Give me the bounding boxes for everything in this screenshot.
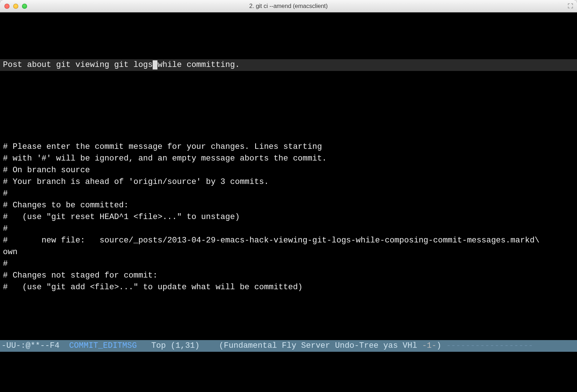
window-controls	[4, 4, 27, 9]
terminal-area[interactable]: Post about git viewing git logs while co…	[0, 12, 577, 392]
close-icon[interactable]	[4, 4, 10, 9]
comment-line[interactable]: own	[0, 246, 577, 258]
modeline-dash: ------------------	[446, 341, 533, 350]
comment-line[interactable]: # with '#' will be ignored, and an empty…	[0, 153, 577, 165]
comment-line[interactable]: # On branch source	[0, 165, 577, 176]
comment-line[interactable]: #	[0, 258, 577, 270]
modeline-close-paren: )	[436, 341, 446, 350]
modeline-status: -UU-:@**--F4	[1, 341, 69, 350]
zoom-icon[interactable]	[22, 4, 27, 9]
comment-line[interactable]: # (use "git reset HEAD^1 <file>..." to u…	[0, 211, 577, 223]
commit-msg-after-cursor: while committing.	[157, 60, 239, 69]
commit-msg-before-cursor: Post about git viewing git logs	[3, 60, 153, 69]
comment-line[interactable]: #	[0, 223, 577, 235]
window-title: 2. git ci --amend (emacsclient)	[0, 3, 577, 10]
blank-line[interactable]	[0, 94, 577, 106]
comment-line[interactable]: # Changes not staged for commit:	[0, 270, 577, 282]
emacs-window: 2. git ci --amend (emacsclient) Post abo…	[0, 0, 577, 392]
comment-line[interactable]: # (use "git add <file>..." to update wha…	[0, 282, 577, 293]
modeline-top[interactable]: -UU-:@**--F4 COMMIT_EDITMSG Top (1,31) (…	[0, 340, 577, 352]
modeline-frame-number: -1-	[422, 341, 437, 350]
commit-message-line[interactable]: Post about git viewing git logs while co…	[0, 59, 577, 71]
comment-line[interactable]: # Your branch is ahead of 'origin/source…	[0, 176, 577, 188]
titlebar[interactable]: 2. git ci --amend (emacsclient)	[0, 0, 577, 12]
comment-line[interactable]: # new file: source/_posts/2013-04-29-ema…	[0, 235, 577, 246]
comment-line[interactable]: # Please enter the commit message for yo…	[0, 141, 577, 153]
modeline-buffer-name: COMMIT_EDITMSG	[69, 341, 137, 350]
modeline-info: Top (1,31) (Fundamental Fly Server Undo-…	[137, 341, 422, 350]
fullscreen-icon[interactable]	[567, 3, 573, 9]
comment-line[interactable]: #	[0, 188, 577, 200]
text-cursor	[153, 60, 157, 69]
minimize-icon[interactable]	[13, 4, 18, 9]
comment-line[interactable]: # Changes to be committed:	[0, 200, 577, 211]
